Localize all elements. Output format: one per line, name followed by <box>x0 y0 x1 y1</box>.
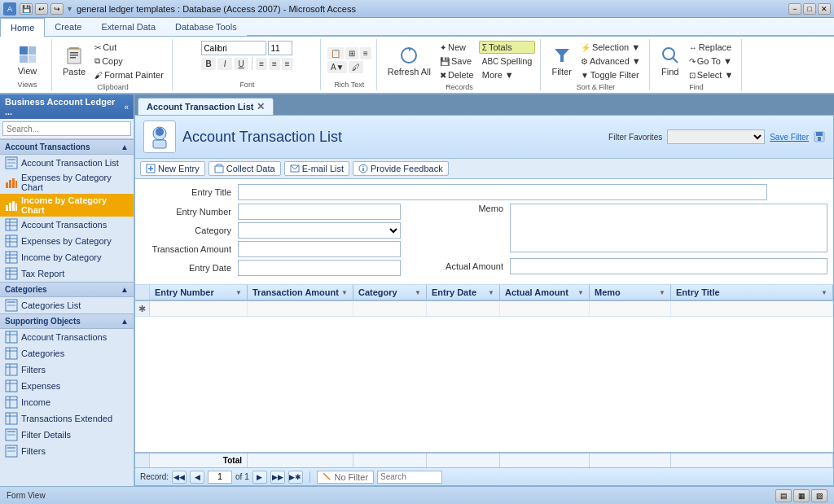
grid-cell[interactable] <box>590 301 671 316</box>
col-header-actual-amount[interactable]: Actual Amount ▼ <box>500 285 590 300</box>
no-filter-btn[interactable]: No Filter <box>317 471 374 484</box>
undo-btn[interactable]: ↩ <box>35 3 48 15</box>
sidebar-item-so-account-transactions[interactable]: Account Transactions <box>0 329 134 345</box>
paste-button[interactable]: Paste <box>59 43 90 79</box>
sidebar-item-so-expenses[interactable]: Expenses <box>0 378 134 394</box>
cut-button[interactable]: ✂ Cut <box>91 41 167 54</box>
bold-button[interactable]: B <box>201 58 216 70</box>
sidebar-item-so-filters2[interactable]: Filters <box>0 443 134 459</box>
doc-tab-account-transaction-list[interactable]: Account Transaction List ✕ <box>138 98 274 115</box>
sidebar-collapse-btn[interactable]: « <box>124 103 129 112</box>
nav-next-btn[interactable]: ▶ <box>252 471 267 484</box>
tab-create[interactable]: Create <box>45 18 91 36</box>
format-painter-button[interactable]: 🖌 Format Painter <box>91 68 167 81</box>
font-size-input[interactable] <box>268 41 292 55</box>
rich-btn4[interactable]: A▼ <box>327 61 348 73</box>
rich-btn5[interactable]: 🖊 <box>349 61 363 73</box>
tab-database-tools[interactable]: Database Tools <box>165 18 247 36</box>
nav-page-input[interactable] <box>208 471 232 484</box>
toggle-filter-button[interactable]: ▼ Toggle Filter <box>577 68 644 81</box>
advanced-button[interactable]: ⚙ Advanced ▼ <box>577 55 644 68</box>
section-account-transactions-toggle[interactable]: ▲ <box>121 142 129 151</box>
nav-prev-btn[interactable]: ◀ <box>190 471 204 484</box>
quick-save-btn[interactable]: 💾 <box>20 3 33 15</box>
rich-btn1[interactable]: 📋 <box>327 47 344 59</box>
col-header-entry-title[interactable]: Entry Title ▼ <box>671 285 833 300</box>
entry-title-input[interactable] <box>238 184 767 200</box>
sidebar-item-expenses-chart[interactable]: Expenses by Category Chart <box>0 171 134 194</box>
font-name-input[interactable] <box>201 41 266 55</box>
spelling-button[interactable]: ABC Spelling <box>479 55 536 68</box>
grid-cell[interactable] <box>150 301 248 316</box>
sidebar-item-expenses-by-category[interactable]: Expenses by Category <box>0 233 134 249</box>
select-button[interactable]: ⊡ Select ▼ <box>686 68 737 81</box>
sidebar-item-so-categories[interactable]: Categories <box>0 345 134 362</box>
sidebar-item-income-by-category[interactable]: Income by Category <box>0 249 134 265</box>
collect-data-btn[interactable]: Collect Data <box>208 161 281 176</box>
col-header-entry-date[interactable]: Entry Date ▼ <box>427 285 500 300</box>
col-header-transaction-amount[interactable]: Transaction Amount ▼ <box>248 285 353 300</box>
nav-first-btn[interactable]: ◀◀ <box>172 471 187 484</box>
status-view-btn-2[interactable]: ▦ <box>793 489 810 502</box>
tab-home[interactable]: Home <box>0 18 45 37</box>
sidebar-item-categories-list[interactable]: Categories List <box>0 297 134 313</box>
sidebar-item-account-transaction-list[interactable]: Account Transaction List <box>0 155 134 171</box>
minimize-btn[interactable]: − <box>788 3 801 15</box>
grid-cell[interactable] <box>248 301 353 316</box>
entry-number-input[interactable] <box>238 204 401 220</box>
col-header-memo[interactable]: Memo ▼ <box>590 285 671 300</box>
selection-button[interactable]: ⚡ Selection ▼ <box>577 41 644 54</box>
italic-button[interactable]: I <box>217 58 232 70</box>
sidebar-item-account-transactions[interactable]: Account Transactions <box>0 217 134 233</box>
email-list-btn[interactable]: E-mail List <box>284 161 349 176</box>
filter-button[interactable]: Filter <box>547 43 575 79</box>
sidebar-search-input[interactable] <box>2 121 131 136</box>
delete-record-button[interactable]: ✖ Delete <box>437 68 477 81</box>
search-input[interactable] <box>377 471 442 484</box>
save-record-button[interactable]: 💾 Save <box>437 55 477 68</box>
nav-new-btn[interactable]: ▶✱ <box>288 471 303 484</box>
memo-textarea[interactable] <box>510 204 827 252</box>
grid-cell[interactable] <box>427 301 500 316</box>
sidebar-item-so-filters[interactable]: Filters <box>0 362 134 378</box>
maximize-btn[interactable]: □ <box>803 3 816 15</box>
provide-feedback-btn[interactable]: Provide Feedback <box>353 161 449 176</box>
totals-button[interactable]: Σ Totals <box>479 41 536 54</box>
sidebar-item-tax-report[interactable]: Tax Report <box>0 265 134 282</box>
redo-btn[interactable]: ↪ <box>50 3 64 15</box>
filter-favorites-select[interactable] <box>667 129 765 144</box>
replace-button[interactable]: ↔ Replace <box>686 41 737 54</box>
section-categories-toggle[interactable]: ▲ <box>121 285 129 294</box>
goto-button[interactable]: ↷ Go To ▼ <box>686 55 737 68</box>
col-header-entry-number[interactable]: Entry Number ▼ <box>150 285 248 300</box>
tab-external-data[interactable]: External Data <box>91 18 165 36</box>
refresh-all-button[interactable]: Refresh All <box>384 43 435 79</box>
copy-button[interactable]: ⧉ Copy <box>91 55 167 68</box>
grid-cell[interactable] <box>353 301 427 316</box>
sidebar-item-so-filter-details[interactable]: Filter Details <box>0 427 134 443</box>
find-button[interactable]: Find <box>656 43 684 79</box>
transaction-amount-input[interactable] <box>238 241 401 257</box>
sidebar-item-so-transactions-extended[interactable]: Transactions Extended <box>0 410 134 427</box>
sidebar-item-so-income[interactable]: Income <box>0 394 134 410</box>
view-button[interactable]: View <box>14 42 42 78</box>
entry-date-input[interactable] <box>238 260 401 276</box>
save-filter-btn[interactable]: Save Filter <box>770 133 809 142</box>
status-view-btn-3[interactable]: ▨ <box>811 489 827 502</box>
close-btn[interactable]: ✕ <box>818 3 831 15</box>
rich-btn3[interactable]: ≡ <box>360 47 371 59</box>
rich-btn2[interactable]: ⊞ <box>345 47 358 59</box>
grid-cell[interactable] <box>671 301 833 316</box>
nav-last-btn[interactable]: ▶▶ <box>270 471 285 484</box>
doc-tab-close-btn[interactable]: ✕ <box>257 101 265 112</box>
sidebar-item-income-chart[interactable]: Income by Category Chart <box>0 194 134 217</box>
new-entry-btn[interactable]: New Entry <box>140 161 205 176</box>
align-center-button[interactable]: ≡ <box>269 58 280 70</box>
status-view-btn-1[interactable]: ▤ <box>775 489 792 502</box>
category-select[interactable] <box>238 222 401 239</box>
align-right-button[interactable]: ≡ <box>282 58 293 70</box>
grid-cell[interactable] <box>500 301 590 316</box>
new-record-button[interactable]: ✦ New <box>437 41 477 54</box>
actual-amount-input[interactable] <box>510 258 827 274</box>
more-button[interactable]: More ▼ <box>479 68 536 81</box>
